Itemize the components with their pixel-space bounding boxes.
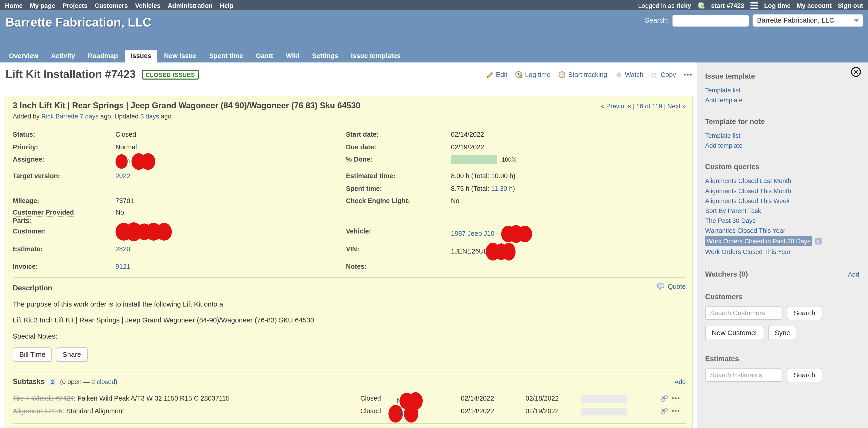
added-ago-link[interactable]: 7 days xyxy=(80,113,98,120)
tab-issues[interactable]: Issues xyxy=(125,50,157,62)
menu-customers[interactable]: Customers xyxy=(95,2,128,8)
clear-query-icon[interactable]: x xyxy=(815,238,822,245)
status-badge: CLOSED ISSUES xyxy=(142,69,199,79)
subtask-colon: : xyxy=(74,394,76,402)
log-time-button[interactable]: Log time xyxy=(515,71,551,79)
menu-help[interactable]: Help xyxy=(220,2,234,8)
custom-query-link[interactable]: Sort By Parent Task xyxy=(705,206,859,216)
tab-new-issue[interactable]: New issue xyxy=(158,50,202,62)
custom-query-link[interactable]: Alignments Closed This Week xyxy=(705,196,859,206)
attr-value-priority: Normal xyxy=(116,141,346,153)
subtasks-open-count: (0 open — xyxy=(60,378,90,385)
add-subtask-link[interactable]: Add xyxy=(674,378,686,385)
subtask-row: Tire + Wheels #7424: Falken Wild Peak A/… xyxy=(13,392,686,405)
tab-settings[interactable]: Settings xyxy=(306,50,344,62)
page-body: Lift Kit Installation #7423 CLOSED ISSUE… xyxy=(0,62,868,428)
redaction-blob xyxy=(518,225,532,242)
updated-ago-link[interactable]: 3 days xyxy=(140,113,159,120)
attr-label-priority: Priority: xyxy=(13,141,115,153)
tab-spent-time[interactable]: Spent time xyxy=(204,50,248,62)
menu-vehicles[interactable]: Vehicles xyxy=(135,2,161,8)
customer-provided-label-line2: Parts: xyxy=(13,217,32,225)
copy-button[interactable]: Copy xyxy=(651,71,676,79)
subtask-link[interactable]: Alignment #7425 xyxy=(13,407,62,415)
attr-label-estimated-time: Estimated time: xyxy=(346,170,451,182)
spent-time-link[interactable]: 11.30 h xyxy=(491,184,513,192)
tab-roadmap[interactable]: Roadmap xyxy=(82,50,123,62)
target-version-link[interactable]: 2022 xyxy=(116,172,130,180)
invoice-link[interactable]: 9121 xyxy=(116,262,130,270)
customers-search-row: Search xyxy=(705,306,859,320)
new-customer-button[interactable]: New Customer xyxy=(705,326,764,340)
description-line: Special Notes: xyxy=(13,332,686,340)
progress-percent: 100% xyxy=(502,153,517,166)
previous-issue-link[interactable]: « Previous xyxy=(601,103,631,110)
custom-queries-heading: Custom queries xyxy=(705,163,859,171)
subtask-more-button[interactable]: ••• xyxy=(672,405,680,418)
add-watcher-link[interactable]: Add xyxy=(848,271,859,278)
tab-wiki[interactable]: Wiki xyxy=(280,50,305,62)
subtask-more-button[interactable]: ••• xyxy=(672,392,680,405)
subtasks-summary-close: ) xyxy=(115,378,117,385)
subtask-link[interactable]: Tire + Wheels #7424 xyxy=(13,394,74,402)
subtasks-closed-link[interactable]: 2 closed xyxy=(91,378,115,385)
search-input[interactable] xyxy=(673,15,749,26)
issue-template-heading: Issue template xyxy=(705,72,859,80)
next-issue-link[interactable]: Next » xyxy=(668,103,686,110)
close-icon[interactable]: ✕ xyxy=(851,67,861,77)
unlink-icon[interactable] xyxy=(661,395,668,402)
spacer-cell xyxy=(13,182,115,195)
attr-value-customer xyxy=(116,225,346,243)
unlink-icon[interactable] xyxy=(661,408,668,415)
add-template-link[interactable]: Add template xyxy=(705,95,859,105)
attr-label-notes: Notes: xyxy=(346,260,451,273)
custom-query-link-selected[interactable]: Work Orders Closed in Past 30 Days xyxy=(705,236,812,246)
template-for-note-links: Template list Add template xyxy=(705,131,859,150)
quote-label: Quote xyxy=(668,283,686,290)
customers-search-button[interactable]: Search xyxy=(787,306,822,320)
start-tracking-issue-link[interactable]: start #7423 xyxy=(711,2,744,8)
custom-query-link[interactable]: Warranties Closed This Year xyxy=(705,226,859,235)
custom-query-link[interactable]: Alignments Closed This Month xyxy=(705,186,859,196)
add-template-link[interactable]: Add template xyxy=(705,141,859,150)
vehicle-link[interactable]: 1987 Jeep J10 - xyxy=(451,229,498,237)
watch-button[interactable]: Watch xyxy=(615,71,644,79)
attr-value-due-date: 02/19/2022 xyxy=(451,141,686,153)
edit-button[interactable]: Edit xyxy=(487,71,507,79)
author-link[interactable]: Rick Barrette xyxy=(41,113,78,120)
tab-gantt[interactable]: Gantt xyxy=(250,50,279,62)
estimates-search-button[interactable]: Search xyxy=(787,368,822,382)
quote-button[interactable]: Quote xyxy=(657,283,686,290)
clock-plus-icon[interactable] xyxy=(697,1,705,9)
log-time-link[interactable]: Log time xyxy=(764,2,790,8)
share-button[interactable]: Share xyxy=(56,347,88,362)
tab-issue-templates[interactable]: Issue templates xyxy=(345,50,406,62)
tab-activity[interactable]: Activity xyxy=(45,50,81,62)
list-icon[interactable] xyxy=(750,2,758,8)
sync-button[interactable]: Sync xyxy=(768,326,796,340)
menu-home[interactable]: Home xyxy=(5,2,23,8)
attr-value-notes xyxy=(451,260,686,273)
menu-administration[interactable]: Administration xyxy=(167,2,213,8)
estimates-search-input[interactable] xyxy=(705,368,782,382)
sign-out-link[interactable]: Sign out xyxy=(838,2,863,8)
custom-query-link[interactable]: Work Orders Closed This Year xyxy=(705,247,859,257)
template-list-link[interactable]: Template list xyxy=(705,85,859,95)
issue-byline: Added by Rick Barrette 7 days ago. Updat… xyxy=(13,113,686,120)
bill-time-button[interactable]: Bill Time xyxy=(13,347,52,362)
my-account-link[interactable]: My account xyxy=(797,2,832,8)
menu-projects[interactable]: Projects xyxy=(62,2,88,8)
custom-query-link[interactable]: The Past 30 Days xyxy=(705,216,859,226)
start-tracking-button[interactable]: Start tracking xyxy=(558,71,607,79)
custom-query-link[interactable]: Alignments Closed Last Month xyxy=(705,176,859,186)
more-actions-button[interactable]: ••• xyxy=(684,71,692,79)
estimate-link[interactable]: 2820 xyxy=(116,245,130,253)
estimates-heading: Estimates xyxy=(705,354,859,363)
tab-overview[interactable]: Overview xyxy=(3,50,44,62)
subtask-status: Closed xyxy=(360,405,381,418)
project-jump-select[interactable]: Barrette Fabrication, LLC xyxy=(753,14,863,27)
template-list-link[interactable]: Template list xyxy=(705,131,859,140)
menu-my-page[interactable]: My page xyxy=(30,2,55,8)
project-title: Barrette Fabrication, LLC xyxy=(5,16,152,30)
customers-search-input[interactable] xyxy=(705,307,782,320)
